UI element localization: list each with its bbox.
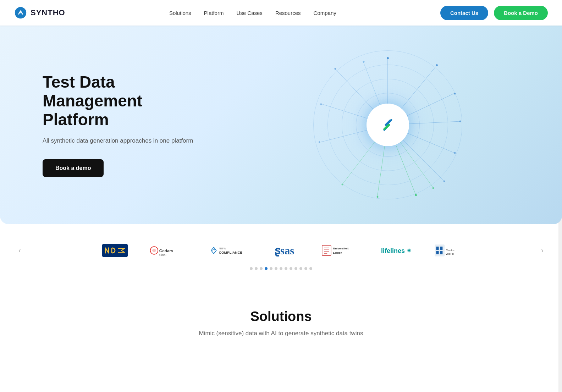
svg-point-12 [443, 181, 445, 182]
carousel-dot-11[interactable] [299, 267, 302, 270]
carousel-dots [14, 267, 548, 270]
hero-title: Test Data Management Platform [43, 73, 199, 129]
svg-point-8 [459, 121, 461, 122]
logos-section: ‹ Cedars Sinai [0, 224, 562, 288]
logo-icon [14, 6, 27, 19]
carousel-dot-3[interactable] [260, 267, 263, 270]
carousel-dot-7[interactable] [280, 267, 282, 270]
logos-carousel: ‹ Cedars Sinai [14, 242, 548, 259]
nav-company[interactable]: Company [314, 10, 336, 16]
svg-point-28 [363, 61, 364, 63]
svg-text:Cedars: Cedars [159, 248, 173, 253]
carousel-next-button[interactable]: › [537, 242, 548, 259]
svg-point-18 [319, 141, 320, 143]
logo[interactable]: SYNTHO [14, 6, 65, 19]
nav-platform[interactable]: Platform [204, 10, 224, 16]
svg-rect-49 [436, 247, 439, 250]
hero-subtitle: All synthetic data generation approaches… [43, 136, 199, 145]
hero-section: Test Data Management Platform All synthe… [0, 26, 562, 224]
svg-rect-38 [322, 245, 331, 255]
svg-text:Centra: Centra [446, 248, 454, 252]
nav-solutions[interactable]: Solutions [169, 10, 191, 16]
carousel-dot-4[interactable] [265, 267, 268, 270]
carousel-dot-6[interactable] [275, 267, 277, 270]
svg-point-10 [454, 152, 456, 154]
svg-point-47 [408, 249, 410, 251]
svg-point-26 [432, 187, 434, 189]
carousel-dot-9[interactable] [290, 267, 292, 270]
solutions-title: Solutions [14, 309, 548, 324]
hero-graphic [214, 26, 562, 224]
logo-cedars: Cedars Sinai [149, 244, 187, 257]
svg-point-6 [454, 93, 456, 95]
svg-rect-51 [436, 251, 439, 254]
svg-rect-50 [440, 247, 442, 250]
hero-content: Test Data Management Platform All synthe… [0, 44, 199, 205]
carousel-prev-button[interactable]: ‹ [14, 242, 25, 259]
hero-orb-icon [367, 104, 409, 146]
svg-text:COMPLIANCE: COMPLIANCE [219, 250, 243, 254]
logos-track: Cedars Sinai NEW COMPLIANCE ʂsas [25, 244, 537, 257]
carousel-dot-10[interactable] [294, 267, 297, 270]
carousel-dot-1[interactable] [250, 267, 253, 270]
svg-point-22 [376, 196, 378, 198]
contact-us-button[interactable]: Contact Us [440, 6, 488, 20]
logo-lifelines: lifelines [381, 244, 413, 257]
hero-orb-container [313, 50, 462, 199]
svg-rect-48 [435, 244, 445, 256]
svg-text:voor d: voor d [446, 252, 453, 255]
carousel-dot-13[interactable] [309, 267, 312, 270]
logo-centra: Centra voor d [434, 244, 460, 257]
navbar-actions: Contact Us Book a Demo [440, 6, 548, 20]
svg-text:Leiden: Leiden [333, 251, 342, 254]
svg-point-2 [387, 57, 389, 59]
svg-point-16 [320, 104, 322, 105]
svg-text:NEW: NEW [219, 247, 227, 250]
svg-text:ʂsas: ʂsas [275, 244, 294, 256]
svg-point-4 [436, 64, 438, 66]
svg-rect-52 [440, 251, 442, 254]
logo-leiden: Universiteit Leiden [321, 244, 360, 257]
logo-sas: ʂsas [275, 244, 300, 257]
carousel-dot-8[interactable] [285, 267, 287, 270]
svg-point-24 [341, 184, 343, 186]
solutions-section: Solutions Mimic (sensitive) data with AI… [0, 288, 562, 351]
svg-text:Sinai: Sinai [159, 253, 166, 257]
solutions-subtitle: Mimic (sensitive) data with AI to genera… [14, 330, 548, 337]
svg-point-14 [334, 68, 336, 70]
carousel-dot-12[interactable] [304, 267, 307, 270]
navbar: SYNTHO Solutions Platform Use Cases Reso… [0, 0, 562, 26]
carousel-dot-2[interactable] [255, 267, 258, 270]
carousel-dot-5[interactable] [270, 267, 272, 270]
hero-book-demo-button[interactable]: Book a demo [43, 159, 104, 177]
svg-text:Universiteit: Universiteit [333, 247, 348, 250]
svg-text:lifelines: lifelines [381, 247, 405, 254]
logo-ns [102, 244, 128, 257]
nav-resources[interactable]: Resources [275, 10, 301, 16]
nav-use-cases[interactable]: Use Cases [236, 10, 262, 16]
svg-point-20 [415, 194, 417, 196]
main-nav: Solutions Platform Use Cases Resources C… [169, 10, 336, 16]
logo-new-compliance: NEW COMPLIANCE [209, 244, 253, 257]
book-demo-button[interactable]: Book a Demo [494, 6, 548, 20]
logo-text: SYNTHO [31, 8, 65, 17]
